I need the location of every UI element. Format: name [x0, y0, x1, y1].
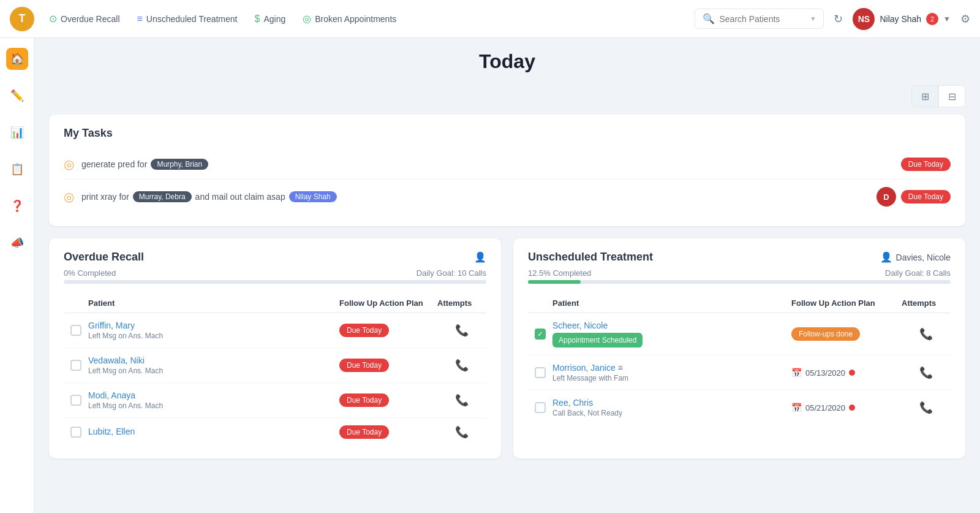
sidebar-item-edit[interactable]: ✏️	[6, 85, 28, 107]
red-dot-morrison	[849, 370, 855, 376]
row-checkbox-4[interactable]	[70, 427, 81, 438]
due-today-badge: Due Today	[339, 359, 389, 372]
split-icon: ⊟	[948, 91, 956, 102]
action-cell-3: Due Today	[339, 393, 437, 407]
row-checkbox-2[interactable]	[70, 360, 81, 371]
patient-chip-murphy[interactable]: Murphy, Brian	[151, 159, 208, 170]
patient-sub-griffin: Left Msg on Ans. Mach	[88, 332, 339, 340]
unscheduled-person: 👤 Davies, Nicole	[880, 251, 951, 263]
patient-name-lubitz[interactable]: Lubitz, Ellen	[88, 427, 339, 436]
task-row: ◎ generate pred for Murphy, Brian Due To…	[64, 150, 951, 180]
due-today-badge: Due Today	[339, 393, 389, 407]
dollar-icon: $	[254, 13, 260, 25]
person-icon: 👤	[474, 251, 486, 263]
action-cell-morrison: 📅 05/13/2020	[791, 368, 902, 378]
my-tasks-title: My Tasks	[64, 127, 951, 140]
col-attempts: Attempts	[902, 298, 951, 308]
nav-broken-appointments[interactable]: ◎ Broken Appointments	[303, 13, 396, 25]
avatar: NS	[853, 8, 875, 30]
patient-cell-morrison: Morrison, Janice ≡ Left Message with Fam	[552, 363, 791, 382]
notification-badge: 2	[926, 13, 938, 25]
nav-unscheduled-treatment[interactable]: ≡ Unscheduled Treatment	[137, 13, 238, 25]
unscheduled-table-header: Patient Follow Up Action Plan Attempts	[528, 294, 951, 313]
gear-icon[interactable]: ⚙	[960, 12, 970, 26]
task-prefix-2: print xray for	[81, 192, 129, 202]
calendar-icon: 📅	[791, 368, 802, 378]
unscheduled-treatment-panel: Unscheduled Treatment 👤 Davies, Nicole 1…	[513, 238, 965, 458]
task-text: print xray for Murray, Debra and mail ou…	[81, 191, 869, 202]
patient-name-ree[interactable]: Ree, Chris	[552, 398, 791, 408]
sidebar-item-chart[interactable]: 📊	[6, 121, 28, 143]
task-check-icon[interactable]: ◎	[64, 157, 74, 172]
row-checkbox-ree[interactable]	[535, 402, 546, 413]
patient-chip-murray[interactable]: Murray, Debra	[133, 191, 192, 202]
list-icon-morrison: ≡	[618, 363, 623, 373]
sidebar-item-home[interactable]: 🏠	[6, 48, 28, 70]
phone-icon[interactable]: 📞	[919, 401, 933, 414]
search-input[interactable]	[720, 14, 805, 24]
nav-right: 🔍 ▼ ↻ NS Nilay Shah 2 ▼ ⚙	[695, 8, 971, 30]
date-badge-morrison: 📅 05/13/2020	[791, 368, 902, 378]
unscheduled-progress-bar-fill	[528, 280, 581, 284]
calendar-icon: 📅	[791, 403, 802, 412]
logo[interactable]: T	[10, 7, 34, 31]
user-area[interactable]: NS Nilay Shah 2 ▼	[853, 8, 951, 30]
row-checkbox-1[interactable]	[70, 325, 81, 336]
task-row: ◎ print xray for Murray, Debra and mail …	[64, 180, 951, 214]
follow-ups-done-badge: Follow-ups done	[791, 327, 860, 341]
chevron-down-icon: ▼	[810, 15, 816, 22]
task-assignee-avatar: D	[876, 187, 896, 207]
split-view-button[interactable]: ⊟	[938, 85, 965, 107]
patient-name-vedawala[interactable]: Vedawala, Niki	[88, 355, 339, 365]
col-patient: Patient	[88, 298, 339, 308]
patient-cell-2: Vedawala, Niki Left Msg on Ans. Mach	[88, 355, 339, 375]
col-follow-up: Follow Up Action Plan	[339, 298, 437, 308]
patient-chip-nilay[interactable]: Nilay Shah	[289, 191, 337, 202]
patient-name-griffin[interactable]: Griffin, Mary	[88, 321, 339, 330]
action-cell-1: Due Today	[339, 324, 437, 337]
phone-icon[interactable]: 📞	[919, 327, 933, 341]
phone-icon[interactable]: 📞	[919, 366, 933, 379]
date-badge-ree: 📅 05/21/2020	[791, 403, 902, 412]
col-follow-up: Follow Up Action Plan	[791, 298, 902, 308]
patient-name-scheer[interactable]: Scheer, Nicole	[552, 321, 791, 330]
overdue-table: Patient Follow Up Action Plan Attempts G…	[64, 294, 486, 446]
assigned-person-name: Davies, Nicole	[896, 253, 951, 262]
patient-cell-1: Griffin, Mary Left Msg on Ans. Mach	[88, 321, 339, 340]
refresh-icon[interactable]: ↻	[834, 12, 843, 26]
nav-overdue-recall[interactable]: ⊙ Overdue Recall	[49, 13, 120, 25]
patient-name-morrison[interactable]: Morrison, Janice	[552, 363, 616, 373]
phone-icon[interactable]: 📞	[455, 425, 469, 439]
person-icon: 👤	[880, 251, 892, 263]
overdue-pct: 0% Completed	[64, 268, 116, 278]
appt-badge-scheer: Appointment Scheduled	[552, 333, 643, 348]
overdue-progress-row: 0% Completed Daily Goal: 10 Calls	[64, 268, 486, 278]
table-row: Modi, Anaya Left Msg on Ans. Mach Due To…	[64, 383, 486, 418]
row-checkbox-morrison[interactable]	[535, 367, 546, 378]
patient-sub-modi: Left Msg on Ans. Mach	[88, 401, 339, 410]
user-chevron-icon[interactable]: ▼	[943, 15, 951, 23]
sidebar-item-help[interactable]: ❓	[6, 195, 28, 217]
due-today-badge: Due Today	[339, 425, 389, 439]
sidebar-item-announce[interactable]: 📣	[6, 232, 28, 254]
nav-aging[interactable]: $ Aging	[254, 13, 285, 25]
task-text: generate pred for Murphy, Brian	[81, 159, 894, 170]
row-checkbox-scheer[interactable]: ✓	[535, 329, 546, 340]
sidebar-item-list[interactable]: 📋	[6, 158, 28, 180]
patient-sub-ree: Call Back, Not Ready	[552, 409, 791, 417]
row-checkbox-3[interactable]	[70, 395, 81, 406]
search-box[interactable]: 🔍 ▼	[695, 9, 824, 29]
table-row: Lubitz, Ellen Due Today 📞	[64, 418, 486, 446]
task-check-icon[interactable]: ◎	[64, 189, 74, 204]
patient-sub-morrison: Left Message with Fam	[552, 374, 791, 382]
task-prefix: generate pred for	[81, 159, 147, 169]
phone-icon[interactable]: 📞	[455, 324, 469, 337]
phone-icon[interactable]: 📞	[455, 393, 469, 407]
user-name: Nilay Shah	[880, 14, 921, 24]
grid-icon: ⊞	[921, 91, 929, 102]
grid-view-button[interactable]: ⊞	[911, 85, 938, 107]
action-cell-4: Due Today	[339, 425, 437, 439]
phone-icon[interactable]: 📞	[455, 359, 469, 372]
table-row: Vedawala, Niki Left Msg on Ans. Mach Due…	[64, 348, 486, 383]
patient-name-modi[interactable]: Modi, Anaya	[88, 390, 339, 400]
